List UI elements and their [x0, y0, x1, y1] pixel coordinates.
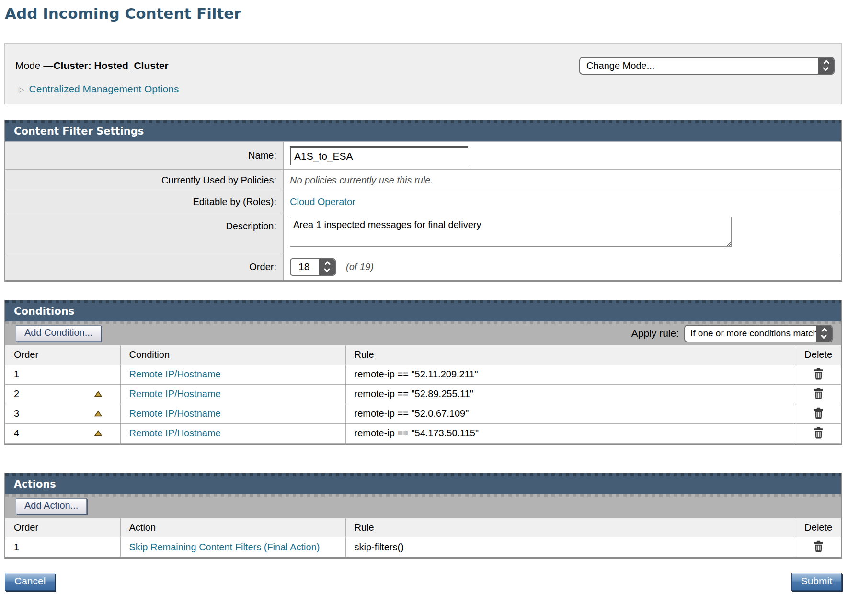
mode-text: Mode —Cluster: Hosted_Cluster — [15, 60, 169, 71]
condition-delete-cell — [796, 404, 841, 423]
condition-rule-cell: remote-ip == "52.0.67.109" — [345, 404, 796, 423]
settings-header-label: Content Filter Settings — [5, 123, 841, 141]
col-header-condition: Condition — [120, 345, 345, 365]
description-value-cell: Area 1 inspected messages for final deli… — [283, 213, 841, 253]
order-value-cell: 18 (of 19) — [283, 253, 841, 280]
apply-rule-label: Apply rule: — [631, 328, 679, 339]
condition-order: 1 — [14, 369, 19, 380]
condition-order: 3 — [14, 408, 19, 419]
cancel-button[interactable]: Cancel — [5, 573, 55, 591]
actions-panel: Actions Add Action... Order Action Rule … — [4, 473, 842, 559]
apply-rule-select[interactable]: If one or more conditions match — [684, 325, 833, 342]
select-stepper-icon — [816, 326, 832, 342]
condition-delete-cell — [796, 365, 841, 384]
chevron-up-icon — [824, 60, 830, 66]
conditions-header-label: Conditions — [5, 303, 841, 321]
condition-row: 2 Remote IP/Hostname remote-ip == "52.89… — [5, 384, 841, 404]
action-row: 1 Skip Remaining Content Filters (Final … — [5, 537, 841, 557]
delete-button[interactable] — [812, 406, 825, 420]
col-header-order: Order — [5, 518, 120, 537]
settings-row-editable: Editable by (Roles): Cloud Operator — [5, 191, 841, 213]
action-rule-cell: skip-filters() — [345, 537, 796, 557]
mode-value: Cluster: Hosted_Cluster — [53, 60, 168, 71]
condition-order-cell: 1 — [5, 365, 120, 384]
name-value-cell — [283, 142, 841, 169]
apply-rule-selected-value: If one or more conditions match — [685, 326, 816, 342]
conditions-table: Order Condition Rule Delete 1 Remote IP/… — [5, 345, 841, 444]
mode-row: Mode —Cluster: Hosted_Cluster Change Mod… — [15, 56, 835, 75]
policies-note: No policies currently use this rule. — [290, 175, 433, 186]
condition-link[interactable]: Remote IP/Hostname — [129, 388, 221, 400]
settings-panel: Content Filter Settings Name: Currently … — [4, 120, 842, 282]
settings-row-name: Name: — [5, 141, 841, 169]
col-header-action: Action — [120, 518, 345, 537]
change-mode-select[interactable]: Change Mode... — [579, 57, 835, 75]
condition-order: 2 — [14, 388, 19, 399]
delete-button[interactable] — [812, 387, 825, 400]
action-link[interactable]: Skip Remaining Content Filters (Final Ac… — [129, 541, 334, 553]
editable-label: Editable by (Roles): — [5, 191, 283, 213]
action-delete-cell — [796, 537, 841, 557]
actions-header-bar: Actions — [5, 473, 841, 494]
conditions-header-bar: Conditions — [5, 300, 841, 321]
order-selected-value: 18 — [291, 259, 319, 275]
action-order-cell: 1 — [5, 537, 120, 557]
footer-bar: Cancel Submit — [4, 573, 842, 591]
trash-icon — [813, 368, 824, 380]
col-header-rule: Rule — [345, 345, 796, 365]
trash-icon — [813, 388, 824, 399]
move-up-icon[interactable] — [94, 411, 102, 417]
condition-link[interactable]: Remote IP/Hostname — [129, 368, 221, 380]
condition-order-cell: 4 — [5, 423, 120, 443]
action-order: 1 — [14, 542, 19, 553]
condition-order: 4 — [14, 428, 19, 439]
trash-icon — [813, 407, 824, 419]
mode-panel: Mode —Cluster: Hosted_Cluster Change Mod… — [4, 43, 842, 104]
chevron-up-icon — [325, 261, 331, 267]
condition-cell: Remote IP/Hostname — [120, 384, 345, 404]
condition-rule-cell: remote-ip == "52.89.255.11" — [345, 384, 796, 404]
add-action-button[interactable]: Add Action... — [16, 498, 87, 514]
disclosure-triangle-icon[interactable]: ▷ — [19, 85, 24, 94]
submit-button[interactable]: Submit — [791, 573, 842, 591]
delete-button[interactable] — [812, 426, 825, 440]
apply-rule-group: Apply rule: If one or more conditions ma… — [631, 325, 833, 342]
condition-row: 3 Remote IP/Hostname remote-ip == "52.0.… — [5, 404, 841, 423]
editable-value-cell: Cloud Operator — [283, 191, 841, 213]
condition-rule-cell: remote-ip == "54.173.50.115" — [345, 423, 796, 443]
condition-order-cell: 2 — [5, 384, 120, 404]
centralized-management-link[interactable]: Centralized Management Options — [29, 83, 179, 95]
actions-table: Order Action Rule Delete 1 Skip Remainin… — [5, 518, 841, 558]
col-header-delete: Delete — [796, 518, 841, 537]
condition-rule-cell: remote-ip == "52.11.209.211" — [345, 365, 796, 384]
condition-link[interactable]: Remote IP/Hostname — [129, 427, 221, 439]
conditions-table-header-row: Order Condition Rule Delete — [5, 345, 841, 365]
add-condition-button[interactable]: Add Condition... — [16, 325, 101, 342]
management-row: ▷ Centralized Management Options — [15, 83, 835, 95]
name-input[interactable] — [290, 146, 468, 165]
page-root: Add Incoming Content Filter Mode —Cluste… — [0, 5, 848, 591]
move-up-icon[interactable] — [94, 391, 102, 397]
condition-row: 1 Remote IP/Hostname remote-ip == "52.11… — [5, 365, 841, 384]
change-mode-selected-value: Change Mode... — [580, 58, 818, 74]
select-stepper-icon — [319, 259, 335, 275]
condition-row: 4 Remote IP/Hostname remote-ip == "54.17… — [5, 423, 841, 443]
order-total-note: (of 19) — [346, 262, 374, 273]
move-up-icon[interactable] — [94, 430, 102, 436]
page-title: Add Incoming Content Filter — [5, 5, 842, 22]
name-label: Name: — [5, 142, 283, 169]
cloud-operator-link[interactable]: Cloud Operator — [290, 196, 355, 207]
conditions-panel: Conditions Add Condition... Apply rule: … — [4, 300, 842, 445]
mode-label: Mode — — [15, 60, 53, 71]
delete-button[interactable] — [812, 367, 825, 381]
conditions-toolbar: Add Condition... Apply rule: If one or m… — [5, 321, 841, 345]
actions-header-label: Actions — [5, 476, 841, 494]
condition-link[interactable]: Remote IP/Hostname — [129, 408, 221, 420]
trash-icon — [813, 427, 824, 439]
delete-button[interactable] — [812, 539, 825, 553]
col-header-rule: Rule — [345, 518, 796, 537]
chevron-down-icon — [821, 332, 827, 339]
settings-row-description: Description: Area 1 inspected messages f… — [5, 213, 841, 253]
order-select[interactable]: 18 — [290, 258, 336, 276]
description-textarea[interactable]: Area 1 inspected messages for final deli… — [290, 217, 732, 247]
